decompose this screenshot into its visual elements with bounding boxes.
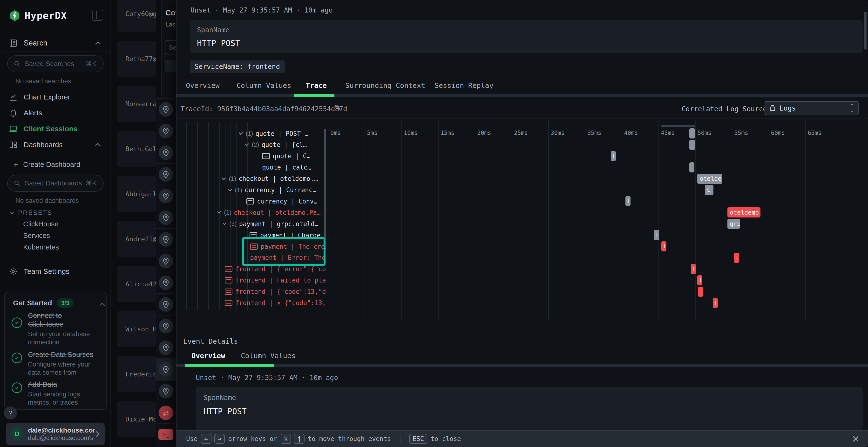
session-list-item[interactable]: Dixie_Mc [117, 401, 156, 437]
session-event-row[interactable] [156, 294, 176, 315]
tab-trace[interactable]: Trace [306, 81, 327, 90]
trace-log-marker[interactable] [691, 264, 696, 274]
session-event-row[interactable] [156, 250, 176, 272]
preset-link-kubernetes[interactable]: Kubernetes [23, 243, 59, 251]
service-name-tag[interactable]: ServiceName: frontend [190, 61, 285, 73]
edit-pencil-icon[interactable]: ✎ [334, 103, 341, 112]
trace-span-bar[interactable] [689, 162, 694, 172]
session-event-row[interactable] [156, 207, 176, 228]
trace-span-row[interactable]: frontend | {"code":13,"det… [225, 286, 326, 298]
trace-span-row[interactable]: (3)payment | grpc.oteld… [223, 218, 326, 230]
page-vscrollbar[interactable] [864, 11, 867, 49]
trace-span-row[interactable]: (1)currency | Currenc… [228, 184, 326, 196]
saved-searches-input[interactable]: Saved Searches ⌘K [7, 56, 104, 72]
sidebar-item-client-sessions[interactable]: Client Sessions [0, 122, 111, 136]
trace-span-row[interactable]: quote | C… [262, 150, 326, 162]
session-event-row[interactable]: >_ [156, 423, 176, 445]
create-dashboard-button[interactable]: + Create Dashboard [0, 157, 111, 172]
trace-span-bar[interactable]: oteldemo. [727, 207, 761, 217]
session-event-row[interactable] [156, 315, 176, 337]
chevron-up-icon [95, 41, 101, 47]
sidebar-item-chart-explorer[interactable]: Chart Explorer [0, 90, 111, 105]
session-event-row[interactable] [156, 120, 176, 142]
tab-overview[interactable]: Overview [191, 352, 225, 360]
timeline-tick-label: 60ms [771, 130, 785, 136]
presets-header[interactable]: PRESETS [10, 209, 52, 216]
trace-span-row[interactable]: currency | Conv… [246, 196, 326, 207]
session-panel-button[interactable] [165, 60, 176, 72]
timeline-gridline [328, 120, 329, 321]
saved-dashboards-input[interactable]: Saved Dashboards ⌘K [7, 175, 104, 192]
trace-log-marker[interactable] [734, 253, 739, 263]
trace-span-row[interactable]: frontend | Failed to place… [225, 275, 326, 286]
session-list-item[interactable]: Frederic [117, 356, 156, 392]
chevron-up-icon[interactable] [100, 303, 105, 308]
preset-link-services[interactable]: Services [23, 232, 50, 240]
gear-icon [9, 267, 18, 276]
session-event-row[interactable] [156, 228, 176, 250]
session-event-row[interactable] [156, 98, 176, 120]
timeline-gridline [769, 120, 769, 321]
trace-span-row[interactable]: (1)checkout | oteldemo.Pa… [217, 207, 326, 218]
sidebar-collapse-button[interactable] [92, 10, 103, 21]
session-list-item[interactable]: Beth.Gol [117, 131, 156, 167]
session-event-row[interactable] [156, 142, 176, 163]
user-account-chip[interactable]: D dale@clickhouse.com dale@clickhouse.co… [6, 423, 105, 445]
session-event-row[interactable] [156, 272, 176, 294]
trace-span-bar[interactable]: otelde [697, 174, 722, 184]
tab-column-values[interactable]: Column Values [237, 81, 291, 90]
trace-span-bar[interactable] [689, 128, 695, 138]
timeline-hscrollbar[interactable] [661, 125, 695, 127]
preset-link-clickhouse[interactable]: ClickHouse [23, 220, 59, 228]
trace-log-marker[interactable] [625, 196, 630, 206]
session-list-item[interactable]: Andre21@ [117, 221, 156, 257]
trace-span-row[interactable]: frontend | × {"code":13,"d… [225, 298, 326, 309]
trace-span-bar[interactable]: C [705, 185, 714, 195]
session-event-row[interactable] [156, 185, 176, 207]
tab-underline-strip [177, 364, 868, 367]
close-icon[interactable]: ✕ [851, 434, 860, 445]
session-list-item[interactable]: Coty60@g [117, 0, 156, 32]
session-event-row[interactable] [156, 380, 176, 402]
trace-log-marker[interactable] [713, 298, 718, 308]
tab-session-replay[interactable]: Session Replay [434, 81, 493, 90]
session-list-item[interactable]: Alicia42 [117, 266, 156, 302]
session-event-row[interactable] [156, 163, 176, 185]
trace-span-row[interactable]: (1)checkout | oteldemo.… [222, 173, 326, 184]
trace-log-marker[interactable] [654, 230, 659, 240]
session-event-row[interactable] [156, 337, 176, 358]
sidebar-item-alerts[interactable]: Alerts [0, 105, 111, 121]
trace-span-row[interactable]: (2)quote | {cl… [245, 139, 326, 150]
trace-span-bar[interactable] [689, 140, 695, 150]
tree-vscrollbar[interactable] [324, 129, 326, 238]
trace-log-marker[interactable] [661, 241, 666, 251]
log-source-select[interactable]: Logs ⌃⌄ [765, 101, 859, 115]
trace-log-marker[interactable] [698, 286, 703, 297]
trace-span-row[interactable]: (1)quote | POST … [239, 128, 326, 139]
trace-span-bar[interactable]: grp [727, 219, 740, 229]
chevron-down-icon [10, 210, 14, 214]
session-list-item[interactable]: Retha77@ [117, 41, 156, 77]
sidebar-item-team-settings[interactable]: Team Settings [0, 264, 111, 279]
trace-log-marker[interactable] [611, 151, 616, 161]
session-list-item[interactable]: Abbigail [117, 176, 156, 212]
session-event-row[interactable] [156, 358, 176, 380]
tab-overview[interactable]: Overview [186, 81, 220, 90]
session-list-item[interactable]: Monserra [117, 86, 156, 122]
tab-surrounding-context[interactable]: Surrounding Context [345, 81, 425, 90]
session-search-input[interactable]: Sea [165, 40, 176, 55]
sidebar-item-dashboards[interactable]: Dashboards [0, 137, 111, 152]
app-title: HyperDX [25, 10, 67, 21]
help-button[interactable]: ? [4, 407, 17, 419]
trace-log-marker[interactable] [697, 275, 702, 285]
chevron-down-icon [245, 142, 249, 146]
trace-span-row[interactable]: quote | calc… [262, 162, 326, 173]
chevron-down-icon [239, 130, 243, 135]
location-pin-icon [159, 319, 173, 333]
session-list-item[interactable]: Wilson_H [117, 311, 156, 347]
log-source-value: Logs [779, 104, 796, 112]
chevron-up-icon [95, 143, 101, 148]
session-event-row[interactable]: ⇄ [156, 402, 176, 423]
sidebar-item-search[interactable]: Search [0, 36, 111, 50]
tab-column-values[interactable]: Column Values [241, 352, 296, 360]
